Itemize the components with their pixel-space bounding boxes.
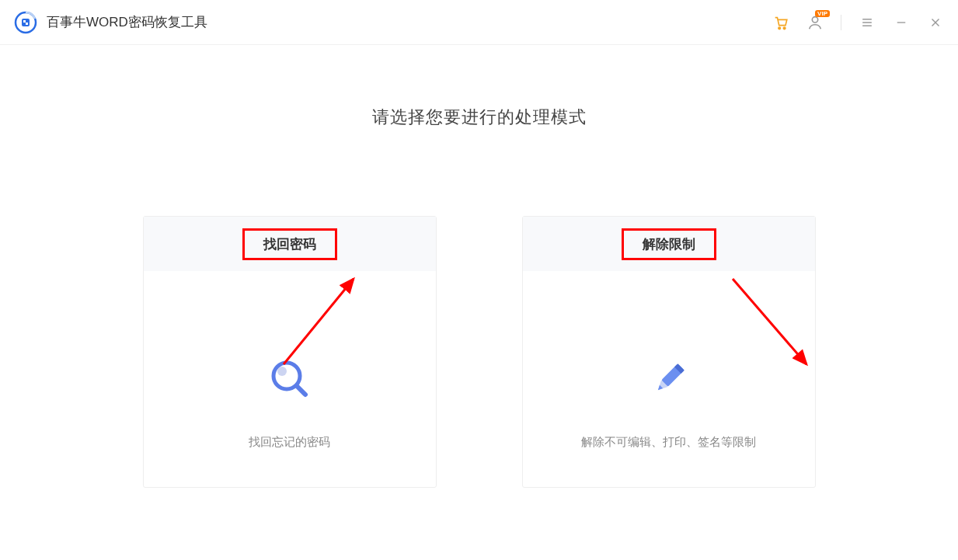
mode-cards: 找回密码 找回忘记的密码	[0, 216, 958, 488]
card-body: 解除不可编辑、打印、签名等限制	[523, 271, 815, 487]
titlebar-left: 百事牛WORD密码恢复工具	[14, 11, 207, 34]
card-remove-restrictions[interactable]: 解除限制 解除不可编辑、打印、签名等限制	[522, 216, 816, 488]
card-description: 找回忘记的密码	[144, 435, 436, 450]
card-description: 解除不可编辑、打印、签名等限制	[523, 435, 815, 450]
pencil-edit-icon	[647, 357, 691, 401]
svg-rect-3	[26, 23, 28, 25]
user-icon[interactable]: VIP	[806, 14, 824, 31]
card-header: 解除限制	[523, 217, 815, 271]
svg-rect-2	[23, 20, 26, 23]
card-title-highlighted: 找回密码	[242, 228, 337, 260]
app-title: 百事牛WORD密码恢复工具	[47, 13, 207, 31]
search-magnifier-icon	[268, 357, 312, 401]
mode-prompt: 请选择您要进行的处理模式	[0, 106, 958, 129]
svg-point-14	[277, 367, 287, 376]
titlebar-divider	[841, 15, 841, 30]
card-title-highlighted: 解除限制	[622, 228, 716, 260]
menu-icon[interactable]	[859, 14, 876, 31]
minimize-button[interactable]	[893, 14, 910, 31]
cart-icon[interactable]	[772, 14, 789, 31]
app-logo-icon	[14, 11, 37, 34]
vip-badge-icon: VIP	[815, 10, 830, 17]
card-header: 找回密码	[144, 217, 436, 271]
svg-point-4	[779, 27, 781, 30]
close-button[interactable]	[927, 14, 944, 31]
svg-point-6	[812, 16, 817, 22]
titlebar-right: VIP	[772, 14, 944, 31]
card-body: 找回忘记的密码	[144, 271, 436, 487]
svg-line-15	[297, 386, 305, 395]
main-content: 请选择您要进行的处理模式 找回密码 找回忘记的密码	[0, 45, 958, 488]
card-recover-password[interactable]: 找回密码 找回忘记的密码	[143, 216, 437, 488]
svg-point-5	[783, 27, 786, 30]
titlebar: 百事牛WORD密码恢复工具 VIP	[0, 0, 958, 45]
